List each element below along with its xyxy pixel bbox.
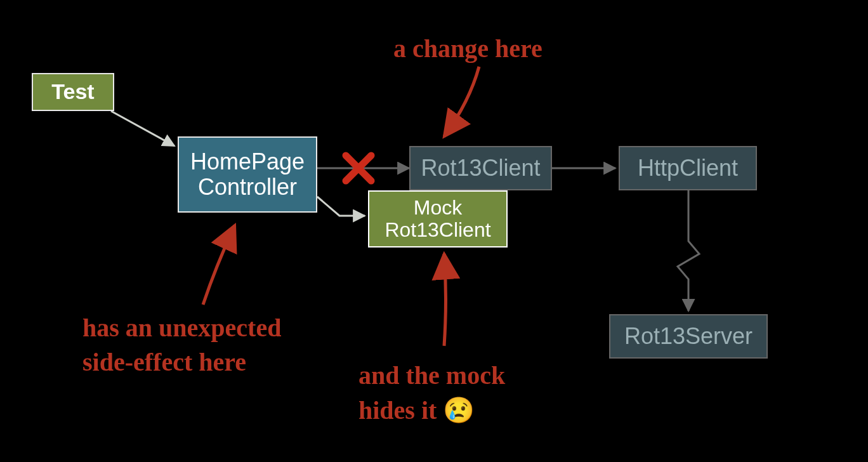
box-mock-rot13client: Mock Rot13Client: [368, 190, 508, 248]
svg-line-4: [346, 155, 371, 181]
box-test-label: Test: [51, 80, 94, 103]
mock-hides-line1: and the mock: [358, 361, 505, 390]
homepage-line2: Controller: [190, 175, 305, 200]
diagram-stage: Test HomePage Controller Rot13Client Moc…: [0, 0, 868, 462]
box-rot13client: Rot13Client: [409, 146, 552, 190]
annotation-side-effect: has an unexpected side-effect here: [82, 311, 281, 380]
box-rot13server: Rot13Server: [609, 314, 768, 359]
annotation-change-here: a change here: [393, 32, 542, 66]
httpclient-label: HttpClient: [638, 155, 738, 181]
box-homepage-controller: HomePage Controller: [178, 136, 317, 213]
rot13server-label: Rot13Server: [624, 324, 753, 349]
annotation-mock-hides: and the mock hides it 😢: [358, 359, 505, 428]
homepage-line1: HomePage: [190, 149, 305, 175]
crying-face-icon: 😢: [443, 396, 475, 424]
mock-line2: Rot13Client: [385, 219, 490, 241]
side-effect-line2: side-effect here: [82, 348, 246, 376]
svg-line-3: [346, 155, 371, 181]
box-test: Test: [32, 73, 114, 111]
side-effect-line1: has an unexpected: [82, 314, 281, 342]
mock-hides-line2: hides it: [358, 396, 443, 425]
rot13client-label: Rot13Client: [421, 155, 540, 181]
box-httpclient: HttpClient: [619, 146, 757, 190]
mock-line1: Mock: [385, 197, 490, 219]
svg-line-0: [111, 111, 174, 146]
